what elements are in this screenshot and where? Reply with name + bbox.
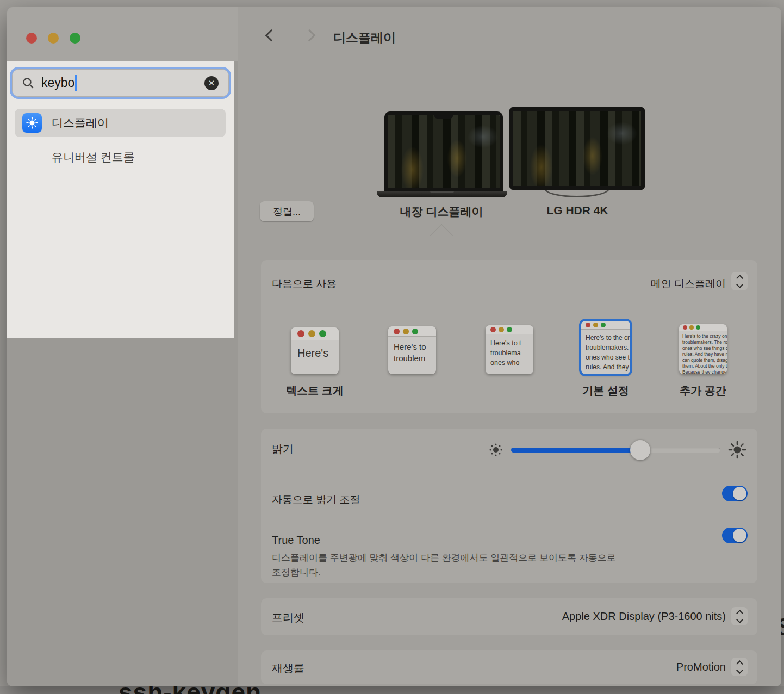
display-thumbnail-lg[interactable] — [509, 107, 645, 190]
scale-option-more-space[interactable]: Here's to the crazy one troublemakers. T… — [679, 324, 727, 374]
preview-text: troublem — [394, 352, 436, 364]
laptop-base — [377, 191, 507, 197]
sidebar-item-label: 디스플레이 — [52, 115, 109, 131]
sidebar-item-universal-control[interactable]: 유니버설 컨트롤 — [15, 143, 226, 171]
laptop-notch — [434, 115, 453, 119]
use-as-label: 다음으로 사용 — [272, 277, 337, 291]
sidebar: keybo ✕ 디스플레이 — [7, 7, 238, 686]
brightness-label: 밝기 — [272, 442, 294, 456]
preset-value[interactable]: Apple XDR Display (P3-1600 nits) — [562, 610, 726, 623]
preview-text: rules. And they — [586, 362, 630, 372]
preview-text: Here's to — [394, 341, 436, 352]
preview-text: rules. And they have no — [682, 351, 727, 357]
true-tone-description-line1: 디스플레이를 주변광에 맞춰 색상이 다른 환경에서도 일관적으로 보이도록 자… — [272, 550, 616, 565]
chevron-down-icon — [736, 616, 743, 623]
preset-label: 프리셋 — [272, 610, 304, 625]
chevron-down-icon — [736, 281, 743, 288]
scale-option-default[interactable]: Here's to the cr troublemakers. ones who… — [581, 321, 630, 374]
minimize-button[interactable] — [48, 33, 59, 44]
chevron-down-icon — [736, 667, 743, 674]
preview-text: Here's — [291, 340, 339, 360]
wallpaper-image — [388, 115, 500, 188]
sidebar-item-display[interactable]: 디스플레이 — [15, 109, 226, 137]
preview-text: can quote them, disagr — [682, 357, 727, 363]
scale-option-3[interactable]: Here's to t troublema ones who — [486, 325, 533, 374]
preview-text: Here's to the crazy one — [682, 333, 727, 339]
true-tone-toggle[interactable] — [722, 528, 748, 543]
row-divider — [272, 300, 746, 300]
close-button[interactable] — [26, 33, 37, 44]
chevron-up-icon — [736, 275, 743, 282]
chevron-up-icon — [736, 610, 743, 617]
search-input[interactable]: keybo ✕ — [12, 69, 229, 97]
scale-options-track-line — [383, 387, 545, 387]
auto-brightness-label: 자동으로 밝기 조절 — [272, 493, 360, 507]
sidebar-titlebar — [7, 7, 238, 61]
sidebar-main-divider — [238, 7, 238, 686]
display-name-builtin: 내장 디스플레이 — [387, 204, 496, 219]
scale-option-2[interactable]: Here's to troublem — [388, 326, 436, 374]
display-brightness-icon — [22, 113, 42, 133]
preview-text: ones who see t — [586, 352, 630, 362]
refresh-rate-value[interactable]: ProMotion — [676, 661, 726, 673]
brightness-slider[interactable] — [511, 448, 720, 453]
toggle-knob — [733, 529, 746, 542]
refresh-rate-label: 재생률 — [272, 661, 304, 676]
clear-search-icon[interactable]: ✕ — [204, 76, 219, 90]
preset-card: 프리셋 Apple XDR Display (P3-1600 nits) — [261, 598, 757, 635]
preview-text: troublemakers. The rou — [682, 339, 727, 345]
system-settings-window: keybo ✕ 디스플레이 — [7, 7, 781, 686]
search-results-panel: keybo ✕ 디스플레이 — [7, 61, 234, 338]
forward-button — [303, 29, 316, 42]
display-thumbnail-builtin[interactable] — [384, 111, 503, 191]
true-tone-description-line2: 조정합니다. — [272, 565, 321, 580]
preview-text: Because they change th — [682, 369, 727, 374]
scale-label-larger-text: 텍스트 크게 — [277, 383, 353, 398]
zoom-button[interactable] — [70, 33, 80, 44]
section-divider — [238, 236, 781, 236]
brightness-dim-icon — [489, 443, 503, 457]
display-name-lg: LG HDR 4K — [520, 204, 634, 217]
refresh-rate-card: 재생률 ProMotion — [261, 650, 757, 684]
brightness-slider-fill — [511, 448, 640, 453]
search-icon — [22, 77, 35, 90]
auto-brightness-toggle[interactable] — [722, 486, 748, 501]
sidebar-item-label: 유니버설 컨트롤 — [52, 150, 135, 165]
preview-text: ones who see things dif — [682, 345, 727, 351]
preview-text: Here's to the cr — [586, 333, 630, 343]
preview-text: ones who — [490, 358, 533, 368]
chevron-up-icon — [736, 660, 743, 667]
use-as-popup-stepper[interactable] — [731, 272, 748, 290]
row-divider — [272, 513, 746, 513]
scale-label-more-space: 추가 공간 — [665, 383, 741, 398]
refresh-rate-popup-stepper[interactable] — [731, 658, 748, 676]
arrange-button[interactable]: 정렬... — [260, 201, 314, 221]
brightness-slider-knob[interactable] — [630, 440, 650, 460]
back-button[interactable] — [265, 29, 278, 42]
search-query-text: keybo — [41, 76, 74, 90]
row-divider — [272, 480, 746, 480]
page-title: 디스플레이 — [333, 29, 396, 46]
preset-popup-stepper[interactable] — [731, 607, 748, 625]
scale-option-larger-text[interactable]: Here's — [291, 327, 339, 374]
scale-label-default: 기본 설정 — [568, 383, 644, 398]
preview-text: troublema — [490, 348, 533, 358]
background-dim-strip — [0, 686, 784, 694]
preview-text: them. About the only th — [682, 363, 727, 369]
toggle-knob — [733, 487, 746, 500]
preview-text: Here's to t — [490, 338, 533, 348]
use-as-value[interactable]: 메인 디스플레이 — [651, 277, 726, 291]
preview-text: troublemakers. — [586, 343, 630, 352]
brightness-bright-icon — [728, 441, 746, 459]
wallpaper-image — [513, 111, 641, 186]
true-tone-label: True Tone — [272, 534, 320, 547]
text-caret — [75, 75, 77, 91]
